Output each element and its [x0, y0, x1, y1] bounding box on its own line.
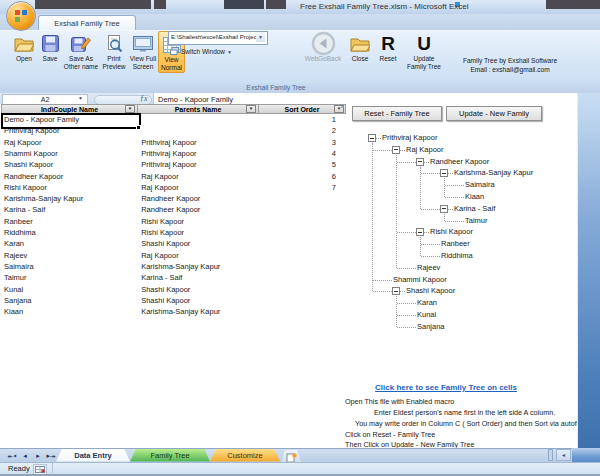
- cell-ind-couple-name: Taimur: [1, 272, 137, 283]
- table-row[interactable]: TaimurKarina - Saif: [1, 272, 346, 283]
- file-path-combobox[interactable]: E:\Shailesh\excel\Exshail Projec: [168, 31, 268, 45]
- cell-sort-order: 6: [260, 171, 346, 182]
- cell-sort-order: [260, 250, 346, 261]
- table-row[interactable]: Demo - Kapoor Family1: [1, 114, 346, 125]
- update-new-family-button[interactable]: Update - New Family: [446, 106, 542, 121]
- tree-collapse-icon[interactable]: [416, 228, 424, 236]
- cell-parents-name: Karishma-Sanjay Kapur: [137, 306, 259, 317]
- table-row[interactable]: Randheer KapoorRaj Kapoor6: [1, 171, 346, 182]
- tree-connector: [396, 155, 397, 268]
- tree-connector: [424, 232, 429, 233]
- family-tree-cells-link[interactable]: Click here to see Family Tree on cells: [348, 383, 544, 392]
- table-row[interactable]: Karishma-Sanjay KapurRandheer Kapoor: [1, 193, 346, 204]
- tree-node-label[interactable]: Karina - Saif: [454, 204, 495, 214]
- open-button[interactable]: Open: [10, 31, 38, 63]
- ribbon-button-label: View: [165, 56, 179, 64]
- table-row[interactable]: KaranShashi Kapoor: [1, 238, 346, 249]
- quick-access-dropdown-icon[interactable]: ▼: [50, 2, 56, 8]
- cell-ind-couple-name: Demo - Kapoor Family: [1, 114, 137, 125]
- table-row[interactable]: RanbeerRishi Kapoor: [1, 216, 346, 227]
- header-sort-order: Sort Order: [258, 104, 346, 114]
- cell-ind-couple-name: Prithviraj Kapoor: [1, 125, 137, 136]
- cell-parents-name: Randheer Kapoor: [137, 204, 259, 215]
- tree-node-label[interactable]: Raj Kapoor: [406, 145, 444, 155]
- insert-function-icon[interactable]: ƒx: [140, 94, 148, 103]
- tree-node-label[interactable]: Saimaira: [465, 180, 495, 190]
- close-button[interactable]: Close: [346, 31, 374, 63]
- tree-node-label[interactable]: Sanjana: [417, 322, 445, 332]
- tree-node-label[interactable]: Riddhima: [441, 251, 473, 261]
- filter-dropdown-icon[interactable]: ▼: [246, 105, 256, 113]
- vertical-scrollbar[interactable]: [577, 93, 600, 448]
- cell-ind-couple-name: Saimaira: [1, 261, 137, 272]
- switch-window-button[interactable]: Switch Window ▼: [170, 47, 232, 56]
- table-row[interactable]: Shammi KapoorPrithviraj Kapoor4: [1, 148, 346, 159]
- cell-ind-couple-name: Sanjana: [1, 295, 137, 306]
- table-row[interactable]: KiaanKarishma-Sanjay Kapur: [1, 306, 346, 317]
- table-row[interactable]: Rishi KapoorRaj Kapoor7: [1, 182, 346, 193]
- tree-connector: [421, 256, 440, 257]
- table-row[interactable]: Shashi KapoorPrithviraj Kapoor5: [1, 159, 346, 170]
- tree-collapse-icon[interactable]: [416, 158, 424, 166]
- view-full-screen-button[interactable]: View FullScreen: [128, 31, 158, 71]
- table-row[interactable]: SanjanaShashi Kapoor: [1, 295, 346, 306]
- background-window-sliver: [224, 0, 264, 9]
- last-sheet-icon[interactable]: ▸⯮: [45, 450, 57, 461]
- tree-node-label[interactable]: Kunal: [417, 310, 436, 320]
- cell-sort-order: 3: [260, 137, 346, 148]
- table-row[interactable]: Karina - SaifRandheer Kapoor: [1, 204, 346, 215]
- tree-node-label[interactable]: Karishma-Sanjay Kapur: [454, 168, 533, 178]
- cell-sort-order: [260, 306, 346, 317]
- tree-collapse-icon[interactable]: [368, 134, 376, 142]
- table-row[interactable]: Raj KapoorPrithviraj Kapoor3: [1, 137, 346, 148]
- name-box-dropdown-icon[interactable]: ▼: [78, 95, 83, 101]
- tree-node-label[interactable]: Shashi Kapoor: [406, 286, 455, 296]
- table-row[interactable]: KunalShashi Kapoor: [1, 284, 346, 295]
- cell-sort-order: [260, 261, 346, 272]
- cell-parents-name: [137, 125, 259, 136]
- reset-family-tree-button[interactable]: Reset - Family Tree: [352, 106, 442, 121]
- tree-connector: [373, 150, 392, 151]
- save-as-other-name-button[interactable]: Save AsOther name: [62, 31, 100, 71]
- previous-sheet-icon[interactable]: ◂: [19, 450, 31, 461]
- table-row[interactable]: SaimairaKarishma-Sanjay Kapur: [1, 261, 346, 272]
- next-sheet-icon[interactable]: ▸: [32, 450, 44, 461]
- cell-parents-name: Raj Kapoor: [137, 250, 259, 261]
- tree-collapse-icon[interactable]: [440, 169, 448, 177]
- hscroll-left-icon[interactable]: ◂: [556, 449, 571, 461]
- print-preview-button[interactable]: PrintPreview: [100, 31, 128, 71]
- tab-exshail-family-tree[interactable]: Exshail Family Tree: [38, 15, 136, 31]
- tree-collapse-icon[interactable]: [392, 287, 400, 295]
- tree-node-label[interactable]: Rajeev: [417, 263, 440, 273]
- tab-family-tree[interactable]: Family Tree: [130, 449, 210, 462]
- cell-ind-couple-name: Shammi Kapoor: [1, 148, 137, 159]
- combo-dropdown-icon[interactable]: ▼: [256, 32, 265, 42]
- tree-node-label[interactable]: Prithviraj Kapoor: [382, 133, 437, 143]
- tab-splitter-handle[interactable]: [548, 449, 553, 461]
- horizontal-scrollbar[interactable]: [572, 448, 600, 462]
- first-sheet-icon[interactable]: ⯬◂: [6, 450, 18, 461]
- table-row[interactable]: Prithviraj Kapoor2: [1, 125, 346, 136]
- tree-node-label[interactable]: Karan: [417, 298, 437, 308]
- tab-customize[interactable]: Customize: [210, 449, 280, 462]
- tree-node-label[interactable]: Taimur: [465, 216, 488, 226]
- tree-node-label[interactable]: Rishi Kapoor: [430, 227, 473, 237]
- office-button[interactable]: [6, 1, 36, 31]
- webgoback-button[interactable]: WebGoBack: [300, 31, 346, 63]
- window-title: Free Exshail Family Tree.xlsm - Microsof…: [300, 2, 468, 11]
- tree-node-label[interactable]: Ranbeer: [441, 239, 470, 249]
- tree-node-label[interactable]: Shammi Kapoor: [393, 275, 447, 285]
- tree-collapse-icon[interactable]: [392, 146, 400, 154]
- filter-sorted-icon[interactable]: ▼1: [334, 105, 344, 113]
- tree-node-label[interactable]: Kiaan: [465, 192, 484, 202]
- tree-node-label[interactable]: Randheer Kapoor: [430, 157, 489, 167]
- filter-dropdown-icon[interactable]: ▼: [125, 105, 135, 113]
- save-button[interactable]: Save: [38, 31, 62, 63]
- reset-button[interactable]: RReset: [374, 31, 402, 63]
- tree-collapse-icon[interactable]: [440, 205, 448, 213]
- tab-data-entry[interactable]: Data Entry: [56, 449, 130, 462]
- cell-parents-name: Rishi Kapoor: [137, 216, 259, 227]
- table-row[interactable]: RajeevRaj Kapoor: [1, 250, 346, 261]
- table-row[interactable]: RiddhimaRishi Kapoor: [1, 227, 346, 238]
- print-preview-icon: [105, 32, 123, 55]
